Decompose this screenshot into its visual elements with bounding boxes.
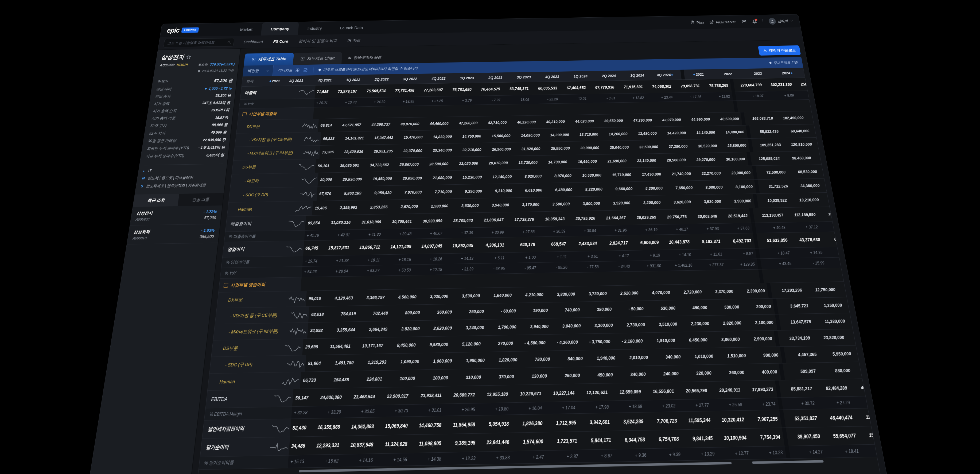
quarter-value: + 41.30 — [352, 229, 383, 240]
subnav-item-3[interactable]: IR 자료 — [347, 38, 360, 43]
aicel-market-link[interactable]: Aicel Market — [710, 20, 736, 24]
quarter-value: 44,020,000 — [567, 115, 597, 128]
mail-button[interactable] — [741, 19, 746, 24]
annual-value: 117,230,000 — [844, 137, 878, 150]
quarter-value: 17,993,273 — [742, 380, 778, 398]
subnav-item-1[interactable]: FS Core — [273, 39, 288, 44]
quarter-value: 28,500,000 — [421, 157, 451, 171]
scroll-right-icon[interactable]: ▶ — [671, 73, 673, 76]
annual-value: + 8.09 — [765, 91, 797, 100]
annual-value: 6,566,976 — [821, 232, 857, 247]
subnav-item-2[interactable]: 협력사 및 경쟁사 비교 — [298, 38, 337, 44]
sparkline-cell — [283, 267, 302, 277]
quarter-value: 3,524,289 — [612, 412, 647, 431]
scroll-left-icon[interactable]: ◀ — [269, 80, 271, 82]
quarter-value: 21,740,000 — [663, 167, 694, 181]
nav-item-1[interactable]: Company — [261, 22, 299, 35]
quarter-value — [329, 107, 359, 119]
quarter-value: 668,547 — [538, 237, 570, 252]
quarter-value: 14,390,000 — [542, 128, 572, 142]
collapse-icon[interactable] — [223, 283, 228, 288]
quarter-value: 100,000 — [385, 370, 418, 387]
sparkline-cell — [283, 339, 304, 355]
user-menu[interactable]: 김에픽 — [768, 17, 794, 25]
quarter-value: 13,480,000 — [630, 127, 660, 140]
row-label: 영업이익 — [223, 241, 286, 257]
quarter-value — [539, 273, 571, 287]
annual-value: 85,881,217 — [778, 380, 816, 397]
quarter-value: 3,200,000 — [632, 195, 663, 210]
quarter-value: + 37.93 — [690, 224, 722, 234]
watchlist-item[interactable]: 삼성전자 A005930 - 1.72% 57,200 — [130, 205, 222, 226]
scroll-notice: 가로로 스크롤하여 2013년도 데이터까지 확인할 수 있습니다 — [318, 66, 418, 72]
quarter-value: 2,980,000 — [420, 199, 451, 213]
quarter-value: 11,595,344 — [679, 411, 714, 429]
nav-item-3[interactable]: Launch Data — [331, 21, 372, 35]
notifications-button[interactable] — [752, 19, 757, 24]
annual-value: 258,935,494 — [793, 78, 826, 91]
watchlist-item[interactable]: 삼성화재 A000810 - 1.03% 385,500 — [127, 224, 220, 245]
stat-label: 전일 종가 — [155, 94, 171, 99]
scroll-right-icon[interactable]: ▶ — [791, 72, 793, 74]
collapse-icon[interactable] — [242, 112, 247, 116]
quarter-value: 9,841,345 — [681, 429, 717, 447]
search-icon[interactable] — [227, 40, 231, 44]
minichart-line-toggle[interactable] — [302, 67, 308, 73]
quarter-value: 22,270,000 — [692, 167, 724, 181]
quarter-value: 224,801 — [352, 371, 385, 388]
quarter-value: 2,900,000 — [741, 331, 776, 347]
annual-value: 12,750,000 — [803, 282, 840, 297]
annual-value: 56,440,000 — [811, 124, 844, 137]
quarter-value: + 40.07 — [414, 228, 445, 239]
fx-commodity-option[interactable]: 환율/원자재 옵션 — [347, 55, 381, 64]
quarter-value: 56,101 — [315, 159, 332, 173]
nav-item-2[interactable]: Industry — [298, 21, 332, 35]
quarter-value: 4,120,463 — [323, 290, 356, 306]
minichart-grid-toggle[interactable] — [294, 68, 300, 73]
quarter-value: + 3.79 — [445, 96, 474, 105]
scroll-left-icon[interactable]: ◀ — [693, 73, 695, 76]
app-logo[interactable]: epic Finance — [167, 26, 199, 34]
search-box[interactable] — [163, 38, 234, 47]
quarter-value: 2,720,000 — [672, 284, 705, 300]
annual-value — [797, 99, 830, 111]
quarter-value — [508, 274, 540, 287]
quarter-value — [318, 277, 350, 290]
quarter-value: 76,565,524 — [360, 84, 388, 97]
unit-dropdown[interactable]: 백만원 — [243, 65, 274, 76]
annual-value: 112,189,590 — [785, 207, 819, 222]
quarter-value: + 50.50 — [382, 265, 414, 276]
sidebar-tab-1[interactable]: 관심 그룹 — [178, 193, 224, 206]
star-icon[interactable] — [186, 54, 191, 59]
row-label: 법인세차감전이익 — [202, 419, 271, 438]
annual-value: 13,210,000 — [788, 192, 822, 207]
nav-item-0[interactable]: Market — [230, 22, 262, 36]
plan-button[interactable]: Plan — [690, 20, 704, 25]
quarter-value: + 41.79 — [304, 230, 322, 240]
quarter-value: - 7.97 — [474, 95, 503, 105]
quarter-value: 3,240,000 — [455, 320, 487, 336]
sidebar-tab-0[interactable]: 최근 조회 — [133, 194, 179, 207]
quarter-value: 16,355,869 — [309, 418, 344, 436]
quarter-value: 12,120,621 — [577, 383, 611, 401]
quarter-value: - 34.40 — [601, 261, 633, 272]
search-input[interactable] — [167, 40, 228, 45]
quarter-value: + 15.13 — [288, 455, 307, 468]
quarter-value: 15,710,000 — [603, 168, 634, 182]
subnav-item-0[interactable]: Dashboard — [243, 40, 263, 44]
scrollbar-thumb-annual[interactable] — [752, 460, 824, 464]
col-header-quarter: 1Q 2023 — [454, 73, 482, 83]
tab-fs-table-label: 재무제표 Table — [258, 56, 286, 62]
quarter-value: + 40.17 — [660, 224, 692, 235]
shield-icon — [197, 70, 201, 73]
tab-fs-table[interactable]: 재무제표 Table — [243, 53, 294, 66]
sparkline-cell — [286, 231, 305, 241]
col-header-items: 항목 — [242, 76, 263, 86]
download-data-button[interactable]: 데이터 다운로드 — [758, 45, 801, 56]
annual-value: 30,980,000 — [821, 178, 855, 192]
quarter-value: 28,420,036 — [336, 145, 366, 159]
quarter-value: 3,170,000 — [511, 197, 542, 212]
annual-value: 12,460,000 — [870, 281, 884, 297]
quarter-value: + 23.02 — [644, 400, 679, 412]
tab-fs-chart[interactable]: 재무제표 Chart — [293, 52, 342, 65]
